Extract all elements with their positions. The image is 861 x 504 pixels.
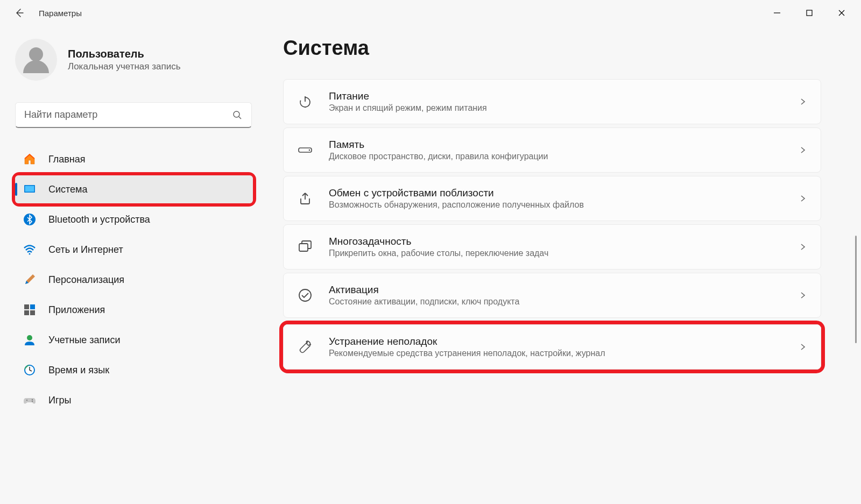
sidebar-item-label: Главная [48,154,86,165]
sidebar-item-network[interactable]: Сеть и Интернет [15,236,253,264]
gamepad-icon [23,393,37,407]
window-controls [762,2,857,24]
sidebar-item-label: Сеть и Интернет [48,244,123,255]
sidebar: Пользователь Локальная учетная запись Гл… [0,26,264,504]
maximize-icon [806,9,813,17]
system-icon [23,182,37,196]
card-subtitle: Состояние активации, подписки, ключ прод… [329,297,783,307]
svg-point-12 [27,335,32,340]
account-icon [23,333,37,347]
svg-point-2 [234,111,239,117]
chevron-right-icon [798,145,808,155]
sidebar-item-label: Время и язык [48,365,109,376]
maximize-button[interactable] [794,2,824,24]
card-nearby-sharing[interactable]: Обмен с устройствами поблизости Возможно… [283,176,821,221]
card-title: Устранение неполадок [329,336,783,347]
search-box[interactable] [15,102,252,128]
sidebar-item-personalization[interactable]: Персонализация [15,266,253,294]
power-icon [297,93,314,110]
card-multitasking[interactable]: Многозадачность Прикрепить окна, рабочие… [283,224,821,269]
svg-point-23 [299,289,311,301]
page-title: Система [283,37,842,60]
svg-rect-11 [30,310,35,315]
svg-point-16 [32,399,33,400]
card-title: Многозадачность [329,236,783,247]
card-subtitle: Прикрепить окна, рабочие столы, переключ… [329,249,783,258]
card-troubleshoot[interactable]: Устранение неполадок Рекомендуемые средс… [283,324,821,370]
app-title: Параметры [39,9,82,18]
svg-rect-5 [25,186,34,192]
avatar [15,39,57,81]
svg-rect-1 [807,10,812,16]
wrench-icon [297,338,314,356]
card-subtitle: Экран и спящий режим, режим питания [329,103,783,113]
sidebar-item-gaming[interactable]: Игры [15,386,253,414]
home-icon [23,152,37,166]
sidebar-item-home[interactable]: Главная [15,145,253,173]
sidebar-item-time[interactable]: Время и язык [15,356,253,384]
sidebar-item-label: Приложения [48,304,105,316]
multitask-icon [297,238,314,255]
minimize-icon [773,9,781,17]
user-block[interactable]: Пользователь Локальная учетная запись [15,39,253,81]
svg-rect-22 [299,244,308,251]
bluetooth-icon [23,212,37,226]
card-storage[interactable]: Память Дисковое пространство, диски, пра… [283,127,821,173]
chevron-right-icon [798,242,808,252]
back-button[interactable] [13,6,26,19]
brush-icon [23,273,37,287]
chevron-right-icon [798,194,808,203]
clock-icon [23,363,37,377]
sidebar-item-label: Игры [48,395,71,406]
apps-icon [23,303,37,317]
share-icon [297,190,314,207]
chevron-right-icon [798,290,808,300]
svg-line-3 [239,117,241,119]
chevron-right-icon [798,97,808,107]
card-power[interactable]: Питание Экран и спящий режим, режим пита… [283,79,821,124]
svg-point-21 [309,150,310,151]
nav: Главная Система Bluetooth и устройства [15,145,253,414]
close-button[interactable] [827,2,857,24]
wifi-icon [23,243,37,257]
sidebar-item-system[interactable]: Система [15,175,253,203]
sidebar-item-bluetooth[interactable]: Bluetooth и устройства [15,205,253,233]
sidebar-item-label: Учетные записи [48,335,120,346]
card-subtitle: Дисковое пространство, диски, правила ко… [329,152,783,161]
highlight-annotation-troubleshoot: Устранение неполадок Рекомендуемые средс… [279,321,825,373]
user-subtitle: Локальная учетная запись [68,61,181,72]
card-title: Память [329,139,783,151]
svg-point-17 [32,401,33,402]
settings-cards: Питание Экран и спящий режим, режим пита… [283,79,821,373]
card-title: Питание [329,90,783,102]
sidebar-item-label: Система [48,184,88,195]
close-icon [838,9,845,17]
storage-icon [297,141,314,159]
user-name: Пользователь [68,48,181,60]
svg-point-15 [26,400,27,401]
card-title: Активация [329,284,783,296]
main-content: Система Питание Экран и спящий режим, ре… [264,26,861,504]
card-title: Обмен с устройствами поблизости [329,187,783,199]
svg-rect-8 [24,304,29,309]
sidebar-item-label: Персонализация [48,274,124,286]
card-subtitle: Рекомендуемые средства устранения непола… [329,349,783,358]
checkmark-circle-icon [297,287,314,304]
chevron-right-icon [798,342,808,352]
minimize-button[interactable] [762,2,792,24]
arrow-left-icon [14,8,25,18]
svg-rect-9 [30,304,35,309]
search-icon [232,110,243,120]
sidebar-item-apps[interactable]: Приложения [15,296,253,324]
titlebar: Параметры [0,0,861,26]
svg-point-7 [29,253,31,255]
highlight-annotation-system: Система [12,172,256,207]
search-input[interactable] [24,109,232,120]
sidebar-item-label: Bluetooth и устройства [48,214,150,225]
card-activation[interactable]: Активация Состояние активации, подписки,… [283,273,821,318]
sidebar-item-accounts[interactable]: Учетные записи [15,326,253,354]
scrollbar[interactable] [855,236,857,343]
svg-rect-10 [24,310,29,315]
card-subtitle: Возможность обнаружения, расположение по… [329,200,783,210]
